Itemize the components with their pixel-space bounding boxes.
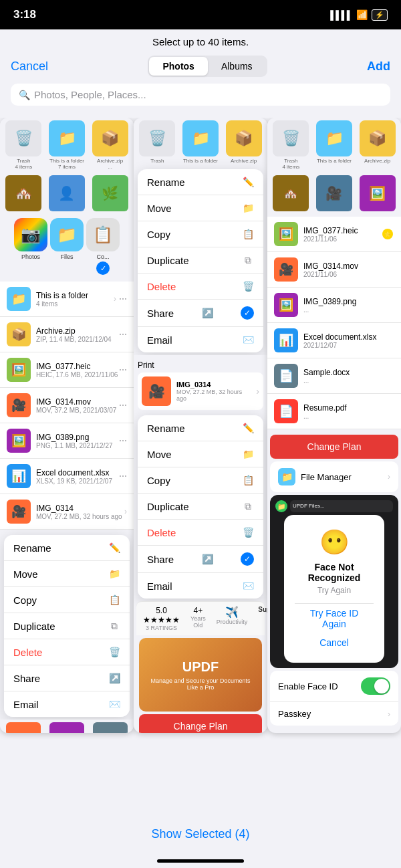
face-id-background: 📁 UPDF Files... 😶 Face Not Recognized Tr… [270,495,398,668]
file-list: 📁 This is a folder 4 items › ⋯ 📦 Archive… [0,279,134,532]
list-item[interactable]: 🖼️ IMG_0389.png PNG, 1.1 MB, 2021/12/27 … [0,423,134,459]
rename-icon-cb: ✏️ [242,422,254,434]
center-thumb-3: 📦 Archive.zip [223,120,265,164]
tab-albums[interactable]: Albums [208,57,266,76]
menu-delete[interactable]: Delete 🗑️ [4,639,130,665]
change-plan-button-right[interactable]: Change Plan [270,435,398,459]
search-bar[interactable]: 🔍 Photos, People, Places... [11,84,390,106]
menu-copy[interactable]: Copy 📋 [4,587,130,613]
center-thumb-1: 🗑️ Trash [136,120,178,164]
menu-copy-c[interactable]: Copy 📋 [138,221,263,247]
menu-move[interactable]: Move 📁 [4,561,130,587]
menu-share-cb[interactable]: Share ↗️ ✓ [138,546,263,573]
center-thumb-2: 📁 This is a folder [180,120,222,164]
context-menu-center-top: Rename ✏️ Move 📁 Copy 📋 Duplicate ⧉ Dele… [138,169,263,352]
menu-rename[interactable]: Rename ✏️ [4,535,130,561]
app-cop: 📋 Co... ✓ [86,218,120,275]
screenshots-grid: 🗑️ Trash 4 items 📁 This is a folder 7 it… [0,118,401,740]
cancel-button[interactable]: Cancel [11,60,48,74]
email-icon-cb: ✉️ [242,580,254,592]
list-item[interactable]: 🖼️ IMG_0377.heic HEIC, 17.6 MB, 2021/11/… [0,352,134,388]
menu-rename-c[interactable]: Rename ✏️ [138,169,263,195]
list-item[interactable]: 📄 Sample.docx ... [267,358,401,394]
list-item[interactable]: 📄 Resume.pdf ... [267,394,401,429]
passkey-item[interactable]: Passkey › [270,702,398,726]
menu-email-cb[interactable]: Email ✉️ [138,573,263,599]
show-selected-text[interactable]: Show Selected (4) [151,827,249,841]
signal-icon: ▌▌▌▌ [330,10,352,20]
email-icon-c: ✉️ [242,334,254,346]
enable-face-id-item[interactable]: Enable Face ID [270,671,398,702]
change-plan-button[interactable]: Change Plan [139,714,262,733]
share-icon-c: ↗️ [201,307,213,319]
app-store-section: 5.0 ★★★★★ 3 RATINGS 4+ Years Old ✈️ Prod… [136,601,265,733]
tab-photos[interactable]: Photos [149,57,207,76]
copy-icon-c: 📋 [242,228,254,240]
menu-duplicate-c[interactable]: Duplicate ⧉ [138,247,263,274]
app-icons-row: 📷 Photos 📁 Files 📋 Co... ✓ [0,214,134,279]
share-icon-cb: ↗️ [201,553,213,565]
thumb-trash: 🗑️ Trash 4 items [3,120,45,170]
header-area: Select up to 40 items. Cancel Photos Alb… [0,29,401,118]
status-icons: ▌▌▌▌ 📶 ⚡ [330,9,388,21]
copy-icon-cb: 📋 [242,474,254,486]
face-id-cancel-button[interactable]: Cancel [295,633,374,652]
list-item[interactable]: 🖼️ IMG_0389.png ... [267,288,401,323]
menu-rename-cb[interactable]: Rename ✏️ [138,415,263,441]
menu-email[interactable]: Email ✉️ [4,691,130,717]
add-button[interactable]: Add [367,60,390,74]
status-time: 3:18 [13,8,36,21]
thumb-zip: 📦 Archive.zip ... [89,120,131,170]
settings-list-right: Enable Face ID Passkey › [270,671,398,726]
list-item[interactable]: 🎥 IMG_0314.mov 2021/11/06 [267,252,401,288]
menu-move-cb[interactable]: Move 📁 [138,441,263,467]
file-manager-section: 📁 File Manager › [270,461,398,492]
photo-thumb-1: 🏘️ [5,175,41,211]
list-item[interactable]: 📊 Excel document.xlsx XLSX, 19 KB, 2021/… [0,459,134,494]
try-face-id-button[interactable]: Try Face ID Again [295,603,374,633]
menu-email-c[interactable]: Email ✉️ [138,327,263,352]
list-item[interactable]: 📊 Excel document.xlsx 2021/12/07 [267,323,401,358]
thumb-folder: 📁 This is a folder 7 items [46,120,88,170]
passkey-desc: The passkey will be requested on each UP… [267,728,401,733]
list-item[interactable]: 🎥 IMG_0314 MOV, 27.2 MB, 32 hours ago › [0,494,134,530]
print-section: Print 🎥 IMG_0314 MOV, 27.2 MB, 32 hours … [134,355,267,413]
photo-thumb-2: 👤 [49,175,85,211]
delete-icon-c: 🗑️ [242,280,254,292]
thumb-row-center: 🗑️ Trash 📁 This is a folder 📦 Archive.zi… [134,118,267,167]
menu-delete-c[interactable]: Delete 🗑️ [138,274,263,300]
main-container: Select up to 40 items. Cancel Photos Alb… [0,29,401,868]
copy-icon: 📋 [108,594,120,606]
share-icon: ↗️ [108,672,120,684]
panel-right: 🗑️ Trash 4 items 📁 This is a folder 📦 Ar… [267,118,401,733]
list-item[interactable]: 📁 This is a folder 4 items › ⋯ [0,282,134,317]
app-files: 📁 Files [50,218,84,275]
move-icon-cb: 📁 [242,448,254,460]
duplicate-icon: ⧉ [108,620,120,632]
menu-move-c[interactable]: Move 📁 [138,195,263,221]
thumb-row-left: 🗑️ Trash 4 items 📁 This is a folder 7 it… [0,118,134,173]
toggle-knob [374,679,389,693]
file-list-right: 🖼️ IMG_0377.heic 2021/11/06 ⭐ 🎥 IMG_0314… [267,214,401,432]
right-thumb-3: 📦 Archive.zip [356,120,398,170]
show-selected-bar[interactable]: Show Selected (4) [0,821,401,848]
face-id-dialog: 😶 Face Not Recognized Try Again Try Face… [284,515,384,663]
menu-duplicate-cb[interactable]: Duplicate ⧉ [138,494,263,520]
face-id-section: 📁 UPDF Files... 😶 Face Not Recognized Tr… [270,495,398,668]
list-item[interactable]: 🖼️ IMG_0377.heic 2021/11/06 ⭐ [267,217,401,252]
menu-delete-cb[interactable]: Delete 🗑️ [138,520,263,546]
context-menu-left: Rename ✏️ Move 📁 Copy 📋 Duplicate ⧉ Dele… [4,535,130,717]
file-manager-item[interactable]: 📁 File Manager › [270,461,398,492]
select-instruction: Select up to 40 items. [0,36,401,47]
list-item[interactable]: 🎥 IMG_0314.mov MOV, 37.2 MB, 2021/03/07 … [0,388,134,423]
menu-share[interactable]: Share ↗️ [4,665,130,691]
email-icon: ✉️ [108,698,120,710]
right-thumb-2: 📁 This is a folder [313,120,356,170]
face-id-toggle[interactable] [361,677,390,695]
list-item[interactable]: 📦 Archive.zip ZIP, 11.4 MB, 2021/12/04 ⋯ [0,317,134,352]
rename-icon-c: ✏️ [242,176,254,188]
menu-share-c[interactable]: Share ↗️ ✓ [138,300,263,327]
home-indicator [157,859,244,863]
menu-copy-cb[interactable]: Copy 📋 [138,467,263,494]
menu-duplicate[interactable]: Duplicate ⧉ [4,613,130,639]
